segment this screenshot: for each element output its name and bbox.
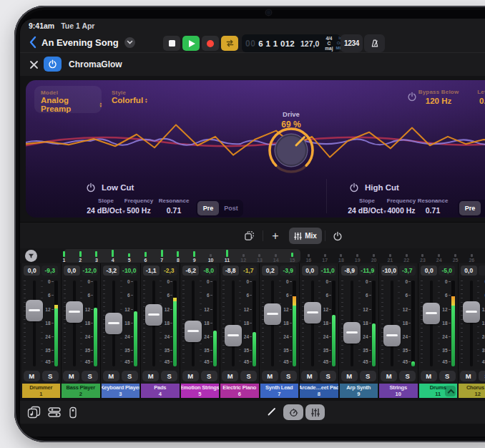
- duplicate-button[interactable]: [239, 228, 259, 244]
- overview-track-22[interactable]: 22: [398, 248, 415, 263]
- plugin-view-button[interactable]: [64, 405, 82, 419]
- volume-readout[interactable]: -1,1: [143, 266, 160, 276]
- pre-option[interactable]: Pre: [459, 201, 481, 215]
- overview-track-8[interactable]: 8: [170, 248, 187, 263]
- overview-track-10[interactable]: 10: [202, 248, 219, 263]
- song-title-menu[interactable]: An Evening Song: [41, 36, 135, 49]
- mute-button[interactable]: M: [103, 371, 119, 381]
- add-track-button[interactable]: +: [266, 228, 285, 244]
- volume-readout[interactable]: -3,2: [103, 266, 119, 276]
- tracks-view-button[interactable]: [46, 405, 63, 419]
- track-label[interactable]: Strings10: [379, 384, 418, 398]
- volume-readout[interactable]: -8,9: [341, 266, 358, 276]
- overview-track-6[interactable]: 6: [137, 248, 154, 263]
- model-selector[interactable]: Model Analog Preamp ▴▾: [34, 86, 102, 113]
- overview-track-19[interactable]: 19: [349, 248, 366, 263]
- play-button[interactable]: [182, 36, 200, 51]
- overview-track-23[interactable]: 23: [415, 248, 431, 263]
- fader-thumb[interactable]: [66, 301, 83, 323]
- solo-button[interactable]: S: [360, 371, 376, 381]
- volume-readout[interactable]: -8,8: [222, 266, 239, 276]
- solo-button[interactable]: S: [82, 371, 98, 381]
- filter-button[interactable]: [25, 250, 37, 262]
- overview-track-15[interactable]: 15: [284, 248, 300, 263]
- bypass-power-icon[interactable]: [407, 92, 417, 102]
- plugin-power-button[interactable]: [44, 57, 62, 72]
- overview-track-2[interactable]: 2: [72, 248, 89, 263]
- overview-track-24[interactable]: 24: [431, 248, 447, 263]
- edit-pencil-button[interactable]: [266, 406, 278, 417]
- high-cut-resonance[interactable]: Resonance 0.71: [410, 198, 456, 215]
- fader-thumb[interactable]: [185, 321, 202, 342]
- close-plugin-button[interactable]: [29, 59, 39, 69]
- track-label[interactable]: Arp Synth9: [340, 384, 378, 398]
- smart-controls-button[interactable]: [283, 404, 303, 420]
- low-cut-pre-post-toggle[interactable]: Pre Post: [196, 200, 243, 217]
- solo-button[interactable]: S: [201, 371, 217, 381]
- high-cut-power-icon[interactable]: [349, 182, 359, 193]
- low-cut-resonance[interactable]: Resonance 0.71: [151, 198, 197, 215]
- post-option[interactable]: Post: [220, 205, 242, 212]
- mute-button[interactable]: M: [222, 371, 238, 381]
- fader-thumb[interactable]: [383, 325, 401, 346]
- mixer-power-button[interactable]: [328, 228, 348, 244]
- solo-button[interactable]: S: [479, 371, 485, 381]
- style-selector[interactable]: Style Colorful ▴▾: [112, 89, 147, 104]
- solo-button[interactable]: S: [320, 371, 336, 381]
- overview-track-20[interactable]: 20: [366, 248, 382, 263]
- overview-track-25[interactable]: 25: [447, 248, 464, 263]
- solo-button[interactable]: S: [122, 371, 138, 381]
- track-label[interactable]: Electric Piano6: [220, 384, 259, 398]
- pre-option[interactable]: Pre: [197, 201, 219, 215]
- overview-track-7[interactable]: 7: [154, 248, 170, 263]
- track-label[interactable]: Synth Lead7: [260, 384, 299, 398]
- expand-stack-button[interactable]: [445, 386, 456, 396]
- volume-readout[interactable]: -6,2: [182, 266, 199, 276]
- drive-knob[interactable]: [264, 123, 318, 177]
- fader-thumb[interactable]: [463, 301, 480, 323]
- mute-button[interactable]: M: [460, 371, 476, 381]
- solo-button[interactable]: S: [42, 371, 59, 381]
- mute-button[interactable]: M: [262, 371, 278, 381]
- back-button[interactable]: [29, 36, 37, 49]
- solo-button[interactable]: S: [439, 371, 456, 381]
- fader-thumb[interactable]: [225, 325, 242, 346]
- fader-thumb[interactable]: [343, 322, 361, 344]
- mute-button[interactable]: M: [381, 371, 397, 381]
- mute-button[interactable]: M: [142, 371, 159, 381]
- overview-track-1[interactable]: 1: [56, 248, 72, 263]
- lcd-display[interactable]: 00 6 1 1 012 127,0 4/4 C maj In Out MIDI: [242, 34, 341, 52]
- overview-track-13[interactable]: 13: [252, 248, 268, 263]
- volume-readout[interactable]: -10,0: [381, 266, 398, 276]
- overview-track-18[interactable]: 18: [333, 248, 350, 263]
- cycle-button[interactable]: [221, 36, 238, 51]
- record-button[interactable]: [202, 36, 219, 51]
- volume-readout[interactable]: 0,2: [262, 266, 278, 276]
- volume-readout[interactable]: 0,0: [421, 266, 437, 276]
- fader-thumb[interactable]: [105, 313, 122, 334]
- mute-button[interactable]: M: [421, 371, 437, 381]
- mixer-faders-button[interactable]: [305, 404, 325, 420]
- overview-track-14[interactable]: 14: [268, 248, 284, 263]
- track-label[interactable]: Emotion Strings5: [181, 384, 220, 398]
- browser-button[interactable]: [26, 405, 43, 419]
- overview-track-4[interactable]: 4: [104, 248, 121, 263]
- overview-track-17[interactable]: 17: [317, 248, 333, 263]
- fader-thumb[interactable]: [304, 302, 321, 323]
- fader-thumb[interactable]: [145, 304, 162, 326]
- overview-track-5[interactable]: 5: [121, 248, 137, 263]
- fader-thumb[interactable]: [264, 303, 281, 325]
- overview-track-3[interactable]: 3: [89, 248, 105, 263]
- volume-readout[interactable]: 0,0: [64, 266, 80, 276]
- track-label[interactable]: Drummer1: [22, 384, 61, 398]
- overview-track-16[interactable]: 16: [300, 248, 317, 263]
- track-label[interactable]: Chorus V12: [459, 384, 485, 398]
- overview-track-12[interactable]: 12: [235, 248, 252, 263]
- mute-button[interactable]: M: [24, 371, 40, 381]
- title-disclosure[interactable]: [124, 37, 135, 48]
- stop-button[interactable]: [163, 36, 180, 51]
- solo-button[interactable]: S: [240, 371, 257, 381]
- track-label[interactable]: Keyboard Player3: [102, 384, 140, 398]
- track-label[interactable]: Pads4: [141, 384, 180, 398]
- track-label[interactable]: Drums11: [419, 384, 458, 398]
